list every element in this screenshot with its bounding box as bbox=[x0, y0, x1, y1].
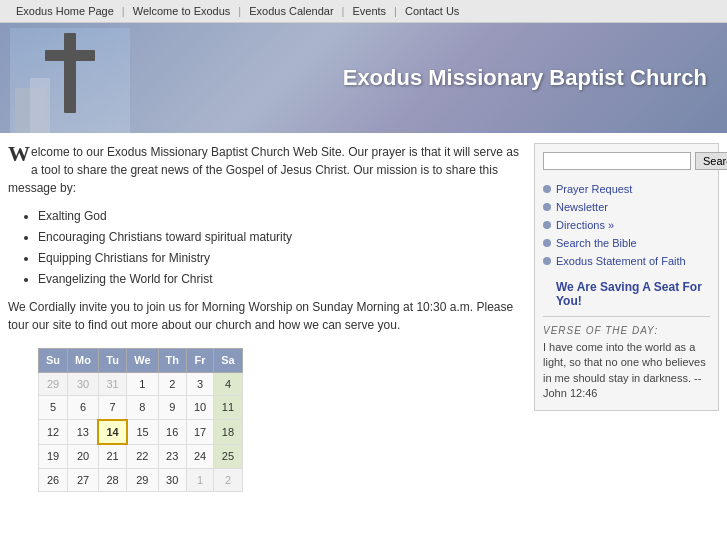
calendar-cell[interactable]: 30 bbox=[158, 468, 186, 492]
calendar-cell[interactable]: 1 bbox=[186, 468, 213, 492]
sidebar-divider bbox=[543, 316, 710, 317]
calendar-cell[interactable]: 19 bbox=[39, 444, 68, 468]
calendar-day-header: Mo bbox=[68, 349, 99, 373]
cross-icon bbox=[10, 28, 130, 133]
calendar-cell[interactable]: 15 bbox=[127, 420, 158, 445]
calendar-day-header: Th bbox=[158, 349, 186, 373]
newsletter-link[interactable]: Newsletter bbox=[556, 201, 608, 213]
calendar: SuMoTuWeThFrSa 2930311234567891011121314… bbox=[8, 348, 522, 492]
header: Exodus Missionary Baptist Church bbox=[0, 23, 727, 133]
calendar-cell[interactable]: 13 bbox=[68, 420, 99, 445]
verse-text: I have come into the world as a light, s… bbox=[543, 340, 710, 402]
calendar-cell[interactable]: 4 bbox=[214, 372, 242, 396]
search-row: Search bbox=[543, 152, 710, 170]
prayer-request-link[interactable]: Prayer Request bbox=[556, 183, 632, 195]
svg-rect-2 bbox=[30, 78, 50, 133]
calendar-cell[interactable]: 7 bbox=[98, 396, 126, 420]
list-item: Evangelizing the World for Christ bbox=[38, 270, 522, 288]
calendar-cell[interactable]: 27 bbox=[68, 468, 99, 492]
calendar-day-header: Su bbox=[39, 349, 68, 373]
calendar-row: 12131415161718 bbox=[39, 420, 243, 445]
directions-link[interactable]: Directions » bbox=[556, 219, 614, 231]
calendar-cell[interactable]: 8 bbox=[127, 396, 158, 420]
saving-seat-text: We Are Saving A Seat For You! bbox=[556, 280, 710, 308]
intro-text: elcome to our Exodus Missionary Baptist … bbox=[8, 145, 519, 195]
calendar-day-header: Fr bbox=[186, 349, 213, 373]
calendar-cell[interactable]: 9 bbox=[158, 396, 186, 420]
calendar-cell[interactable]: 14 bbox=[98, 420, 126, 445]
calendar-table: SuMoTuWeThFrSa 2930311234567891011121314… bbox=[38, 348, 243, 492]
sidebar-item-prayer: Prayer Request bbox=[543, 180, 710, 198]
list-item: Encouraging Christians toward spiritual … bbox=[38, 228, 522, 246]
bullet-icon bbox=[543, 203, 551, 211]
calendar-day-header: Tu bbox=[98, 349, 126, 373]
calendar-cell[interactable]: 3 bbox=[186, 372, 213, 396]
calendar-cell[interactable]: 10 bbox=[186, 396, 213, 420]
main-content: Welcome to our Exodus Missionary Baptist… bbox=[8, 143, 534, 492]
bullet-icon bbox=[543, 185, 551, 193]
sidebar-item-directions: Directions » bbox=[543, 216, 710, 234]
sidebar-item-statement: Exodus Statement of Faith bbox=[543, 252, 710, 270]
statement-link[interactable]: Exodus Statement of Faith bbox=[556, 255, 686, 267]
calendar-cell[interactable]: 23 bbox=[158, 444, 186, 468]
calendar-body: 2930311234567891011121314151617181920212… bbox=[39, 372, 243, 492]
calendar-cell[interactable]: 29 bbox=[127, 468, 158, 492]
nav-calendar[interactable]: Exodus Calendar bbox=[241, 5, 341, 17]
calendar-cell[interactable]: 18 bbox=[214, 420, 242, 445]
calendar-cell[interactable]: 16 bbox=[158, 420, 186, 445]
list-item: Exalting God bbox=[38, 207, 522, 225]
calendar-cell[interactable]: 29 bbox=[39, 372, 68, 396]
search-bible-link[interactable]: Search the Bible bbox=[556, 237, 637, 249]
calendar-cell[interactable]: 22 bbox=[127, 444, 158, 468]
calendar-cell[interactable]: 2 bbox=[158, 372, 186, 396]
calendar-cell[interactable]: 2 bbox=[214, 468, 242, 492]
calendar-row: 567891011 bbox=[39, 396, 243, 420]
invite-text: We Cordially invite you to join us for M… bbox=[8, 298, 522, 334]
svg-rect-3 bbox=[64, 33, 76, 113]
calendar-cell[interactable]: 17 bbox=[186, 420, 213, 445]
calendar-row: 2930311234 bbox=[39, 372, 243, 396]
calendar-cell[interactable]: 20 bbox=[68, 444, 99, 468]
sidebar: Search Prayer Request Newsletter Directi… bbox=[534, 143, 719, 411]
intro-paragraph: Welcome to our Exodus Missionary Baptist… bbox=[8, 143, 522, 197]
page-title: Exodus Missionary Baptist Church bbox=[343, 65, 707, 91]
calendar-header-row: SuMoTuWeThFrSa bbox=[39, 349, 243, 373]
nav-welcome[interactable]: Welcome to Exodus bbox=[125, 5, 239, 17]
calendar-cell[interactable]: 5 bbox=[39, 396, 68, 420]
navbar: Exodus Home Page | Welcome to Exodus | E… bbox=[0, 0, 727, 23]
sidebar-item-bible: Search the Bible bbox=[543, 234, 710, 252]
calendar-cell[interactable]: 24 bbox=[186, 444, 213, 468]
verse-label: VERSE OF THE DAY: bbox=[543, 325, 710, 336]
calendar-cell[interactable]: 28 bbox=[98, 468, 126, 492]
search-input[interactable] bbox=[543, 152, 691, 170]
calendar-cell[interactable]: 12 bbox=[39, 420, 68, 445]
sidebar-links: Prayer Request Newsletter Directions » S… bbox=[543, 180, 710, 270]
main-layout: Welcome to our Exodus Missionary Baptist… bbox=[0, 133, 727, 502]
calendar-row: 262728293012 bbox=[39, 468, 243, 492]
calendar-cell[interactable]: 21 bbox=[98, 444, 126, 468]
bullet-icon bbox=[543, 257, 551, 265]
list-item: Equipping Christians for Ministry bbox=[38, 249, 522, 267]
calendar-cell[interactable]: 1 bbox=[127, 372, 158, 396]
bullet-icon bbox=[543, 239, 551, 247]
calendar-cell[interactable]: 26 bbox=[39, 468, 68, 492]
calendar-cell[interactable]: 11 bbox=[214, 396, 242, 420]
calendar-cell[interactable]: 25 bbox=[214, 444, 242, 468]
svg-rect-4 bbox=[45, 50, 95, 61]
search-button[interactable]: Search bbox=[695, 152, 727, 170]
calendar-day-header: Sa bbox=[214, 349, 242, 373]
calendar-cell[interactable]: 31 bbox=[98, 372, 126, 396]
nav-home[interactable]: Exodus Home Page bbox=[8, 5, 122, 17]
drop-cap: W bbox=[8, 143, 30, 165]
calendar-cell[interactable]: 6 bbox=[68, 396, 99, 420]
sidebar-item-newsletter: Newsletter bbox=[543, 198, 710, 216]
calendar-day-header: We bbox=[127, 349, 158, 373]
calendar-cell[interactable]: 30 bbox=[68, 372, 99, 396]
bullet-icon bbox=[543, 221, 551, 229]
mission-list: Exalting God Encouraging Christians towa… bbox=[38, 207, 522, 288]
nav-events[interactable]: Events bbox=[344, 5, 394, 17]
calendar-row: 19202122232425 bbox=[39, 444, 243, 468]
nav-contact[interactable]: Contact Us bbox=[397, 5, 467, 17]
